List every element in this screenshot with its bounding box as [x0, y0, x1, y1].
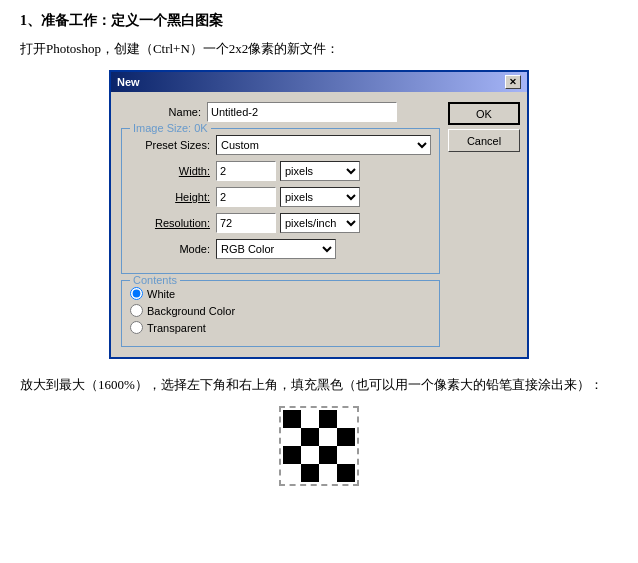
preset-label: Preset Sizes: — [130, 139, 210, 151]
cell-3-1 — [283, 446, 301, 464]
radio-transparent-row: Transparent — [130, 321, 431, 334]
cell-1-2 — [301, 410, 319, 428]
radio-bg-row: Background Color — [130, 304, 431, 317]
dialog-buttons: OK Cancel — [448, 102, 520, 347]
dialog-body: Name: Image Size: 0K Preset Sizes: Custo… — [111, 92, 527, 357]
mode-select[interactable]: RGB Color — [216, 239, 336, 259]
mode-row: Mode: RGB Color — [130, 239, 431, 259]
cell-3-3 — [319, 446, 337, 464]
cell-3-2 — [301, 446, 319, 464]
name-row: Name: — [121, 102, 440, 122]
radio-bg-label: Background Color — [147, 305, 235, 317]
cell-2-3 — [319, 428, 337, 446]
height-input[interactable] — [216, 187, 276, 207]
resolution-label-text: Resolution: — [155, 217, 210, 229]
cell-4-3 — [319, 464, 337, 482]
checker-container — [20, 406, 618, 486]
resolution-input[interactable] — [216, 213, 276, 233]
bottom-text: 放大到最大（1600%），选择左下角和右上角，填充黑色（也可以用一个像素大的铅笔… — [20, 375, 618, 396]
mode-label: Mode: — [130, 243, 210, 255]
radio-background[interactable] — [130, 304, 143, 317]
dialog-main: Name: Image Size: 0K Preset Sizes: Custo… — [121, 102, 440, 347]
checker-grid — [283, 410, 355, 482]
cell-2-1 — [283, 428, 301, 446]
cell-4-2 — [301, 464, 319, 482]
checker-image — [279, 406, 359, 486]
width-row: Width: pixels — [130, 161, 431, 181]
height-row: Height: pixels — [130, 187, 431, 207]
dialog-backdrop: New ✕ Name: Image Size: 0K — [20, 70, 618, 359]
height-unit-select[interactable]: pixels — [280, 187, 360, 207]
name-label: Name: — [121, 106, 201, 118]
width-label: Width: — [130, 165, 210, 177]
cell-1-4 — [337, 410, 355, 428]
resolution-row: Resolution: pixels/inch — [130, 213, 431, 233]
contents-legend: Contents — [130, 274, 180, 286]
cell-1-3 — [319, 410, 337, 428]
radio-transparent-label: Transparent — [147, 322, 206, 334]
dialog-title: New — [117, 76, 140, 88]
resolution-unit-select[interactable]: pixels/inch — [280, 213, 360, 233]
height-label: Height: — [130, 191, 210, 203]
name-input[interactable] — [207, 102, 397, 122]
radio-white-row: White — [130, 287, 431, 300]
dialog-titlebar: New ✕ — [111, 72, 527, 92]
radio-white-label: White — [147, 288, 175, 300]
cell-1-1 — [283, 410, 301, 428]
width-unit-select[interactable]: pixels — [280, 161, 360, 181]
cell-4-4 — [337, 464, 355, 482]
height-label-text: Height: — [175, 191, 210, 203]
cell-4-1 — [283, 464, 301, 482]
preset-row: Preset Sizes: Custom — [130, 135, 431, 155]
image-size-group: Image Size: 0K Preset Sizes: Custom Widt… — [121, 128, 440, 274]
contents-group: Contents White Background Color Transpar… — [121, 280, 440, 347]
width-label-text: Width: — [179, 165, 210, 177]
image-size-legend: Image Size: 0K — [130, 122, 211, 134]
cell-3-4 — [337, 446, 355, 464]
dialog-close-button[interactable]: ✕ — [505, 75, 521, 89]
width-input[interactable] — [216, 161, 276, 181]
radio-white[interactable] — [130, 287, 143, 300]
dialog-new: New ✕ Name: Image Size: 0K — [109, 70, 529, 359]
section-title: 1、准备工作：定义一个黑白图案 — [20, 12, 618, 30]
preset-select[interactable]: Custom — [216, 135, 431, 155]
cancel-button[interactable]: Cancel — [448, 129, 520, 152]
section-intro: 打开Photoshop，创建（Ctrl+N）一个2x2像素的新文件： — [20, 40, 618, 58]
cell-2-2 — [301, 428, 319, 446]
cell-2-4 — [337, 428, 355, 446]
resolution-label: Resolution: — [130, 217, 210, 229]
radio-transparent[interactable] — [130, 321, 143, 334]
ok-button[interactable]: OK — [448, 102, 520, 125]
page-content: 1、准备工作：定义一个黑白图案 打开Photoshop，创建（Ctrl+N）一个… — [20, 12, 618, 486]
